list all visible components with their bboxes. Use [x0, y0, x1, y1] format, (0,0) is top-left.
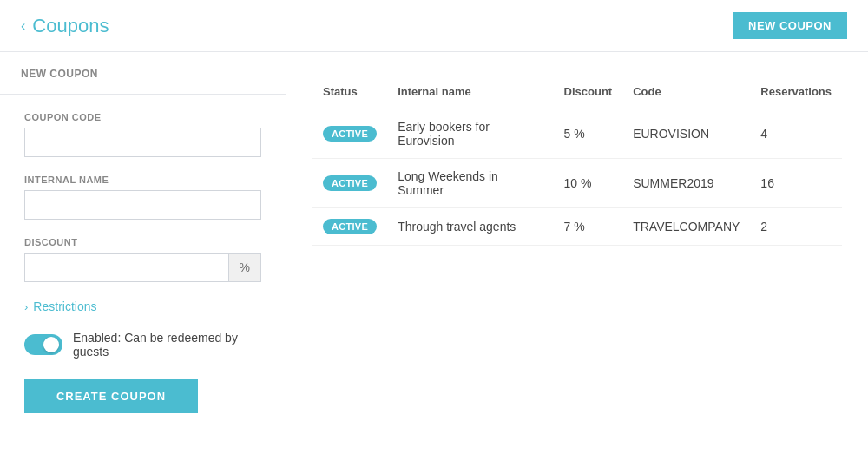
create-coupon-button[interactable]: CREATE COUPON: [24, 379, 198, 413]
top-bar-left: ‹ Coupons: [21, 15, 108, 37]
col-discount: Discount: [554, 78, 623, 109]
left-panel-header: NEW COUPON: [0, 52, 286, 95]
coupon-code-input[interactable]: [24, 128, 261, 157]
internal-name-label: INTERNAL NAME: [24, 175, 261, 185]
cell-status: ACTIVE: [312, 159, 387, 208]
restrictions-chevron-icon: ›: [24, 300, 28, 313]
cell-discount: 7 %: [554, 208, 623, 246]
cell-code: SUMMER2019: [622, 159, 750, 208]
table-row: ACTIVEThrough travel agents7 %TRAVELCOMP…: [312, 208, 842, 246]
restrictions-label: Restrictions: [33, 300, 96, 313]
toggle-switch[interactable]: [24, 334, 62, 355]
coupon-code-field-group: COUPON CODE: [24, 112, 261, 157]
cell-internal-name: Through travel agents: [387, 208, 553, 246]
internal-name-field-group: INTERNAL NAME: [24, 175, 261, 220]
discount-field-group: DISCOUNT %: [24, 237, 261, 282]
page-title: Coupons: [32, 15, 108, 37]
cell-reservations: 2: [750, 208, 842, 246]
left-panel-body: COUPON CODE INTERNAL NAME DISCOUNT % › R…: [0, 95, 286, 431]
table-header: Status Internal name Discount Code Reser…: [312, 78, 842, 109]
col-code: Code: [622, 78, 750, 109]
toggle-row: Enabled: Can be redeemed by guests: [24, 331, 261, 359]
toggle-thumb: [43, 337, 59, 352]
discount-label: DISCOUNT: [24, 237, 261, 247]
coupon-table: Status Internal name Discount Code Reser…: [312, 78, 842, 246]
table-body: ACTIVEEarly bookers for Eurovision5 %EUR…: [312, 109, 842, 246]
discount-input[interactable]: [24, 253, 228, 282]
col-reservations: Reservations: [750, 78, 842, 109]
coupon-code-label: COUPON CODE: [24, 112, 261, 122]
cell-internal-name: Early bookers for Eurovision: [387, 109, 553, 159]
col-status: Status: [312, 78, 387, 109]
table-row: ACTIVELong Weekends in Summer10 %SUMMER2…: [312, 159, 842, 208]
status-badge: ACTIVE: [323, 219, 377, 234]
toggle-label: Enabled: Can be redeemed by guests: [73, 331, 261, 359]
table-header-row: Status Internal name Discount Code Reser…: [312, 78, 842, 109]
cell-status: ACTIVE: [312, 109, 387, 159]
table-row: ACTIVEEarly bookers for Eurovision5 %EUR…: [312, 109, 842, 159]
restrictions-row[interactable]: › Restrictions: [24, 300, 261, 313]
cell-status: ACTIVE: [312, 208, 387, 246]
status-badge: ACTIVE: [323, 126, 377, 142]
col-internal-name: Internal name: [387, 78, 553, 109]
cell-discount: 10 %: [554, 159, 623, 208]
top-bar: ‹ Coupons NEW COUPON: [0, 0, 868, 52]
internal-name-input[interactable]: [24, 190, 261, 220]
cell-reservations: 16: [750, 159, 842, 208]
back-chevron-icon[interactable]: ‹: [21, 18, 25, 34]
right-panel: Status Internal name Discount Code Reser…: [286, 52, 868, 461]
discount-suffix: %: [228, 253, 261, 282]
status-badge: ACTIVE: [323, 175, 377, 191]
new-coupon-button[interactable]: NEW COUPON: [733, 12, 847, 39]
main-layout: NEW COUPON COUPON CODE INTERNAL NAME DIS…: [0, 52, 868, 461]
left-panel: NEW COUPON COUPON CODE INTERNAL NAME DIS…: [0, 52, 286, 461]
cell-reservations: 4: [750, 109, 842, 159]
cell-code: TRAVELCOMPANY: [622, 208, 750, 246]
cell-internal-name: Long Weekends in Summer: [387, 159, 553, 208]
cell-discount: 5 %: [554, 109, 623, 159]
cell-code: EUROVISION: [622, 109, 750, 159]
discount-row: %: [24, 253, 261, 282]
